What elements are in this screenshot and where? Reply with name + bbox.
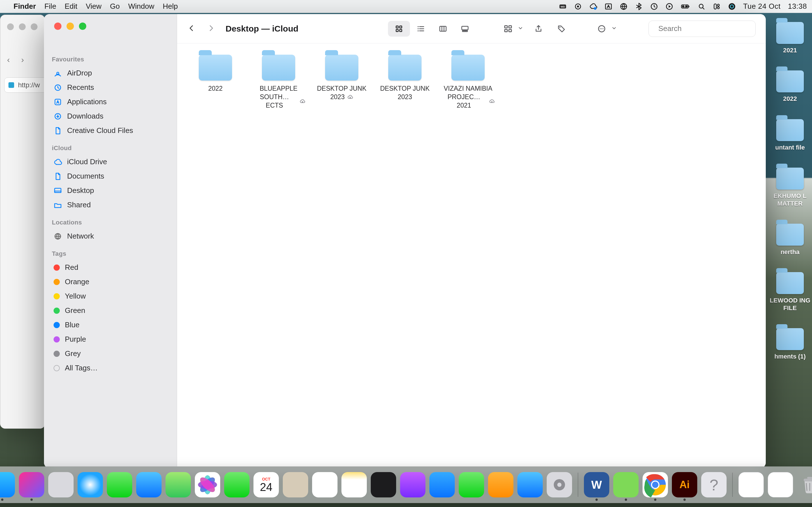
background-browser-window[interactable]: ‹› http://w	[0, 15, 45, 429]
dock-app-facetime[interactable]	[224, 472, 250, 497]
dock-app-shortcuts[interactable]	[19, 472, 44, 497]
desktop-folder[interactable]: untant file	[769, 119, 811, 151]
dock-app-settings[interactable]	[547, 472, 572, 497]
menu-file[interactable]: File	[44, 2, 56, 11]
dock-app-appstore[interactable]	[517, 472, 543, 497]
sidebar-item-network[interactable]: Network	[51, 229, 170, 243]
menubar-date[interactable]: Tue 24 Oct	[743, 2, 781, 11]
bg-browser-nav[interactable]: ‹›	[7, 55, 24, 64]
desktop-folder[interactable]: LEWOOD ING FILE	[769, 272, 811, 312]
sidebar-tag-yellow[interactable]: Yellow	[51, 289, 170, 303]
desktop-folder[interactable]: nertha	[769, 224, 811, 256]
sidebar-item-desktop[interactable]: Desktop	[51, 183, 170, 198]
play-circle-icon[interactable]	[665, 3, 673, 10]
sidebar-tag-orange[interactable]: Orange	[51, 275, 170, 289]
folder-item[interactable]: DESKTOP JUNK 2023	[377, 55, 433, 110]
sidebar-tag-green[interactable]: Green	[51, 303, 170, 318]
sidebar-tag-purple[interactable]: Purple	[51, 332, 170, 346]
group-by-button[interactable]	[500, 21, 516, 37]
dock-app-keynote[interactable]	[429, 472, 455, 497]
folder-grid[interactable]: 2022 BLUEAPPLE SOUTH…ECTS DESKTOP JUNK 2…	[177, 43, 766, 468]
traffic-lights[interactable]	[54, 22, 86, 30]
menubar-time[interactable]: 13:38	[788, 2, 807, 11]
sidebar-item-downloads[interactable]: Downloads	[51, 109, 170, 123]
view-list-button[interactable]	[410, 21, 432, 37]
dock-app-calendar[interactable]: OCT24	[253, 472, 279, 497]
forward-button[interactable]	[207, 24, 215, 34]
dock-app-safari[interactable]	[78, 472, 103, 497]
view-columns-button[interactable]	[432, 21, 454, 37]
chevron-down-icon[interactable]	[611, 25, 617, 32]
folder-item[interactable]: VIZAZI NAMIBIA PROJEC…2021	[440, 55, 496, 110]
zoom-button[interactable]	[79, 22, 86, 30]
sidebar-tag-red[interactable]: Red	[51, 260, 170, 275]
menu-edit[interactable]: Edit	[64, 2, 77, 11]
dock-document[interactable]	[739, 472, 764, 497]
menubar-app-name[interactable]: Finder	[13, 2, 36, 11]
dock-app-notes[interactable]	[342, 472, 367, 497]
dock-app-pages[interactable]	[488, 472, 513, 497]
sidebar-item-recents[interactable]: Recents	[51, 80, 170, 95]
sidebar-item-applications[interactable]: Applications	[51, 95, 170, 109]
timemachine-icon[interactable]	[650, 3, 658, 10]
view-gallery-button[interactable]	[454, 21, 476, 37]
share-button[interactable]	[530, 21, 546, 37]
sidebar-all-tags[interactable]: All Tags…	[51, 361, 170, 375]
dock-app-tv[interactable]	[371, 472, 396, 497]
tags-button[interactable]	[554, 21, 569, 37]
sidebar-item-creative-cloud[interactable]: Creative Cloud Files	[51, 123, 170, 138]
bg-traffic-lights[interactable]	[7, 23, 38, 30]
dock-app-mail[interactable]	[136, 472, 161, 497]
wd-drive-icon[interactable]: WD	[559, 3, 567, 10]
dock-app-help[interactable]: ?	[701, 472, 726, 497]
dock-app-photos[interactable]	[195, 472, 220, 497]
dock-app-finder[interactable]	[0, 472, 15, 497]
spotlight-icon[interactable]	[698, 3, 705, 10]
cloud-sync-icon[interactable]	[589, 3, 597, 10]
dock-app-launchpad[interactable]	[48, 472, 73, 497]
battery-icon[interactable]	[680, 3, 690, 10]
dock-app-reminders[interactable]	[312, 472, 338, 497]
view-icons-button[interactable]	[388, 21, 410, 37]
sidebar-item-documents[interactable]: Documents	[51, 169, 170, 183]
minimize-button[interactable]	[66, 22, 74, 30]
record-icon[interactable]	[574, 3, 582, 10]
dock-app-chrome[interactable]	[643, 472, 668, 497]
desktop-folder[interactable]: 2022	[769, 70, 811, 103]
folder-item[interactable]: 2022	[187, 55, 244, 110]
text-input-icon[interactable]	[605, 3, 612, 10]
dock-trash[interactable]	[797, 472, 812, 497]
folder-item[interactable]: BLUEAPPLE SOUTH…ECTS	[250, 55, 307, 110]
action-menu-button[interactable]	[594, 21, 610, 37]
chevron-down-icon[interactable]	[518, 25, 523, 32]
dock-app-messages[interactable]	[107, 472, 132, 497]
sidebar-tag-blue[interactable]: Blue	[51, 318, 170, 332]
menu-view[interactable]: View	[86, 2, 101, 11]
dock-document[interactable]	[768, 472, 793, 497]
dock-app-numbers[interactable]	[459, 472, 484, 497]
sidebar-item-airdrop[interactable]: AirDrop	[51, 66, 170, 80]
search-field[interactable]	[649, 20, 756, 37]
menu-help[interactable]: Help	[163, 2, 177, 11]
globe-icon[interactable]	[620, 3, 627, 10]
sidebar-tag-grey[interactable]: Grey	[51, 346, 170, 361]
close-button[interactable]	[54, 22, 61, 30]
sidebar-item-shared[interactable]: Shared	[51, 198, 170, 212]
menu-window[interactable]: Window	[128, 2, 154, 11]
control-center-icon[interactable]	[713, 3, 721, 10]
desktop-folder[interactable]: hments (1)	[769, 328, 811, 360]
back-button[interactable]	[187, 24, 196, 34]
dock-app-illustrator[interactable]: Ai	[672, 472, 697, 497]
dock-app-contacts[interactable]	[283, 472, 308, 497]
dock-app-utorrent[interactable]	[613, 472, 639, 497]
dock-app-podcasts[interactable]	[400, 472, 425, 497]
siri-icon[interactable]	[728, 3, 736, 10]
menu-go[interactable]: Go	[110, 2, 120, 11]
desktop-folder[interactable]: EKHUMO L MATTER	[769, 168, 811, 207]
search-input[interactable]	[658, 24, 750, 33]
desktop-folder[interactable]: 2021	[769, 22, 811, 54]
bluetooth-icon[interactable]	[635, 3, 643, 10]
dock-app-word[interactable]: W	[584, 472, 609, 497]
sidebar-item-iclouddrive[interactable]: iCloud Drive	[51, 155, 170, 169]
dock-app-maps[interactable]	[165, 472, 191, 497]
